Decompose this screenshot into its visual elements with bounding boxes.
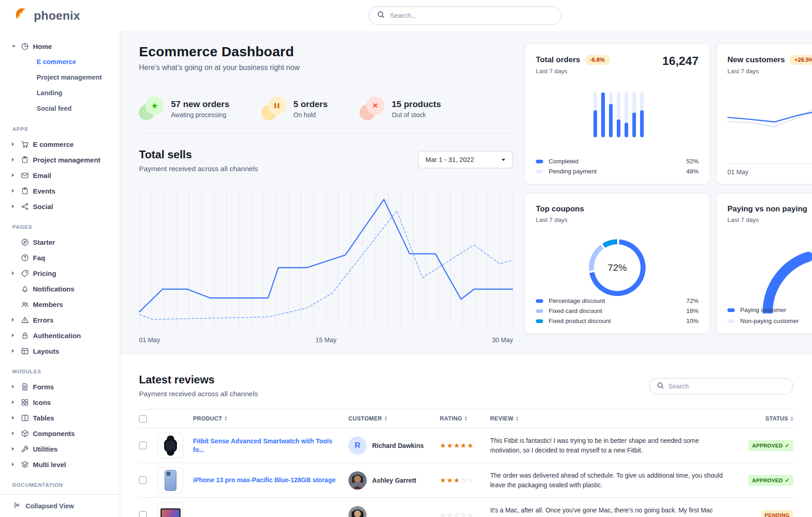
layout-icon: [21, 347, 29, 355]
column-header-status[interactable]: STATUS: [765, 415, 793, 422]
column-header-rating[interactable]: RATING: [440, 415, 490, 422]
product-link[interactable]: Fitbit Sense Advanced Smartwatch with To…: [193, 437, 348, 454]
caret-right-icon: [12, 189, 16, 193]
sidebar-item-icons[interactable]: Icons: [0, 394, 120, 410]
sidebar-item-social-feed[interactable]: Social feed: [0, 101, 120, 116]
date-range-select[interactable]: Mar 1 - 31, 2022: [418, 151, 513, 168]
clipboard-icon: [21, 156, 29, 164]
reviews-search-input[interactable]: [668, 382, 785, 390]
sidebar-item-utilities[interactable]: Utilities: [0, 441, 120, 457]
avatar[interactable]: R: [348, 436, 367, 455]
product-image-macbook[interactable]: [158, 502, 183, 517]
date-range-value: Mar 1 - 31, 2022: [426, 156, 474, 163]
sidebar-item-email[interactable]: Email: [0, 167, 120, 183]
sidebar-item-multi-level[interactable]: Multi level: [0, 457, 120, 472]
section-label-documentation: DOCUMENTATION: [0, 472, 120, 492]
row-checkbox[interactable]: [139, 511, 147, 517]
donut-center-value: 72%: [608, 262, 627, 273]
stat-value: 5 orders: [294, 99, 328, 109]
legend-item: Percentage discount 72%: [536, 297, 699, 304]
top-navbar: phoenix: [0, 0, 812, 31]
sidebar-item-starter[interactable]: Starter: [0, 234, 120, 250]
cart-icon: [21, 140, 29, 148]
select-all-checkbox[interactable]: [139, 415, 147, 423]
product-image-iphone[interactable]: [158, 468, 183, 493]
caret-right-icon: [12, 271, 16, 275]
reviews-title: Latest reviews: [139, 373, 258, 386]
reviews-table: PRODUCT CUSTOMER RATING REVIEW STATUS Fi…: [139, 409, 793, 517]
sidebar-item-members[interactable]: Members: [0, 296, 120, 312]
clipboard-icon: [21, 187, 29, 195]
latest-reviews-section: Latest reviews Payment received across a…: [120, 355, 812, 517]
sidebar-item-forms[interactable]: Forms: [0, 379, 120, 394]
search-icon: [657, 382, 664, 391]
x-icon: ✕: [360, 97, 385, 121]
x-tick-label: 15 May: [315, 336, 337, 344]
review-text: This Fitbit is fantastic! I was trying t…: [490, 436, 737, 455]
main-content: Ecommerce Dashboard Here's what's going …: [120, 31, 812, 517]
collapsed-view-label: Collapsed View: [26, 502, 74, 510]
sidebar-item-faq[interactable]: Faq: [0, 250, 120, 265]
sidebar-item-events[interactable]: Events: [0, 183, 120, 199]
product-link[interactable]: iPhone 13 pro max-Pacific Blue-128GB sto…: [193, 476, 348, 485]
grid-icon: [21, 398, 29, 406]
collapsed-view-toggle[interactable]: Collapsed View: [0, 494, 120, 517]
page-title: Ecommerce Dashboard: [139, 44, 513, 59]
total-sells-chart: 01 May 15 May 30 May: [139, 192, 513, 344]
product-image-smartwatch[interactable]: [158, 433, 183, 458]
sidebar-item-errors[interactable]: Errors: [0, 312, 120, 328]
column-header-customer[interactable]: CUSTOMER: [348, 415, 440, 422]
sidebar-item-home[interactable]: Home: [0, 38, 120, 54]
new-customers-chart: [727, 94, 812, 163]
file-text-icon: [21, 382, 29, 391]
question-circle-icon: [21, 253, 29, 262]
column-header-review[interactable]: REVIEW: [490, 415, 737, 422]
stat-out-of-stock: ✕ 15 products Out of stock: [360, 97, 441, 121]
total-sells-subtitle: Payment received across all channels: [139, 165, 258, 173]
sidebar-item-project-management[interactable]: Project management: [0, 70, 120, 85]
global-search[interactable]: [369, 6, 561, 25]
stat-value: 15 products: [392, 99, 441, 109]
sidebar-item-e-commerce[interactable]: E commerce: [0, 136, 120, 152]
avatar[interactable]: [348, 506, 367, 517]
stat-caption: On hold: [294, 111, 328, 118]
sort-icon: [224, 416, 227, 421]
sidebar-item-notifications[interactable]: Notifications: [0, 281, 120, 296]
phoenix-flame-icon: [14, 7, 29, 24]
customer-name: Ashley Garrett: [372, 477, 416, 484]
search-input[interactable]: [390, 12, 553, 19]
sidebar-item-e-commerce[interactable]: E commerce: [0, 54, 120, 70]
legend-item: Completed 52%: [536, 158, 699, 165]
sidebar-item-tables[interactable]: Tables: [0, 410, 120, 425]
sidebar-item-authentication[interactable]: Authentication: [0, 328, 120, 343]
table-header-row: PRODUCT CUSTOMER RATING REVIEW STATUS: [139, 409, 793, 428]
avatar[interactable]: [348, 471, 367, 490]
sidebar-item-pricing[interactable]: Pricing: [0, 265, 120, 281]
column-header-product[interactable]: PRODUCT: [193, 415, 348, 422]
review-text: It's a Mac, after all. Once you've gone …: [490, 506, 737, 517]
reviews-search[interactable]: [649, 378, 793, 394]
brand-logo[interactable]: phoenix: [0, 7, 80, 24]
total-sells-title: Total sells: [139, 148, 258, 161]
layers-icon: [21, 460, 29, 469]
card-title: New customers: [727, 55, 785, 65]
sidebar-item-components[interactable]: Components: [0, 425, 120, 441]
pie-chart-icon: [21, 42, 29, 50]
row-checkbox[interactable]: [139, 476, 147, 484]
quick-stats: ★ 57 new orders Awating processing 5 ord…: [139, 97, 513, 134]
sidebar-item-landing[interactable]: Landing: [0, 85, 120, 101]
sidebar-item-social[interactable]: Social: [0, 199, 120, 214]
card-title: Paying vs non paying: [727, 205, 807, 214]
sidebar-item-project-management[interactable]: Project management: [0, 152, 120, 167]
x-tick-label: 01 May: [727, 168, 748, 176]
row-checkbox[interactable]: [139, 442, 147, 449]
warning-icon: [21, 316, 29, 324]
table-row: Fitbit Sense Advanced Smartwatch with To…: [139, 428, 793, 463]
pause-icon: [262, 97, 286, 121]
sort-icon: [465, 416, 467, 421]
sidebar: HomeE commerceProject managementLandingS…: [0, 31, 120, 517]
caret-right-icon: [12, 400, 16, 404]
orders-bar-chart: [593, 92, 644, 137]
table-row: iPhone 13 pro max-Pacific Blue-128GB sto…: [139, 463, 793, 498]
sidebar-item-layouts[interactable]: Layouts: [0, 343, 120, 359]
